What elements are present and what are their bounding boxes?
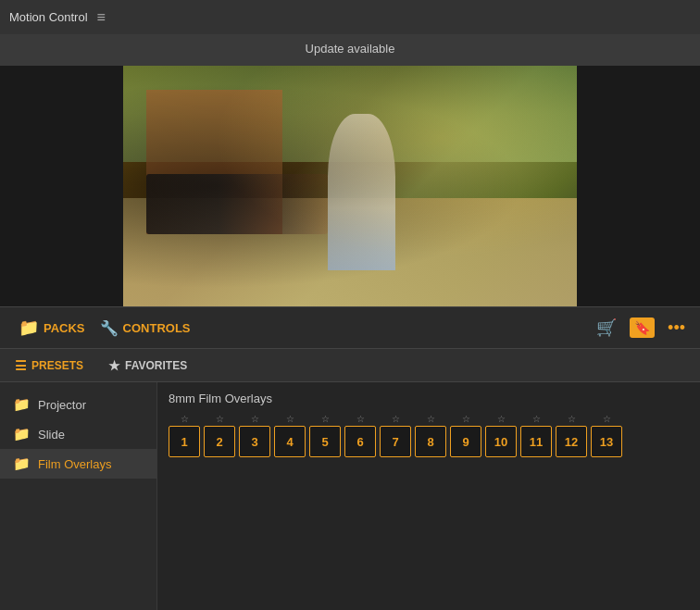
- preset-item[interactable]: ☆10: [485, 415, 517, 457]
- sidebar-item-slide[interactable]: 📁 Slide: [0, 419, 156, 449]
- preset-item[interactable]: ☆13: [591, 415, 622, 457]
- update-bar: Update available: [0, 34, 700, 66]
- controls-button[interactable]: 🔧 CONTROLS: [93, 315, 198, 342]
- packs-button[interactable]: 📁 PACKS: [11, 313, 93, 342]
- preset-star-icon: ☆: [216, 415, 224, 424]
- content-area: 📁 Projector 📁 Slide 📁 Film Overlays 8mm …: [0, 382, 700, 610]
- preset-star-icon: ☆: [286, 415, 294, 424]
- more-button[interactable]: •••: [664, 315, 689, 342]
- sidebar-film-label: Film Overlays: [38, 457, 111, 471]
- preset-item[interactable]: ☆7: [380, 415, 411, 457]
- preset-item[interactable]: ☆1: [169, 415, 200, 457]
- video-preview: [0, 66, 700, 306]
- tab-favorites[interactable]: ★ FAVORITES: [103, 355, 193, 377]
- presets-tab-label: PRESETS: [31, 359, 83, 372]
- preset-star-icon: ☆: [356, 415, 365, 424]
- folder-icon-film: 📁: [13, 455, 31, 472]
- wrench-icon: 🔧: [100, 319, 119, 337]
- preset-number: 10: [485, 426, 517, 457]
- preset-star-icon: ☆: [568, 415, 576, 424]
- preset-number: 13: [591, 426, 622, 457]
- preset-item[interactable]: ☆3: [239, 415, 270, 457]
- sidebar-projector-label: Projector: [38, 398, 86, 412]
- favorites-tab-label: FAVORITES: [125, 359, 187, 372]
- preset-number: 12: [556, 426, 587, 457]
- packs-bar-right: 🛒 🔖 •••: [593, 314, 689, 342]
- packs-label: PACKS: [44, 321, 85, 335]
- preset-number: 1: [169, 426, 200, 457]
- preset-item[interactable]: ☆4: [274, 415, 306, 457]
- preset-item[interactable]: ☆9: [450, 415, 481, 457]
- preset-star-icon: ☆: [427, 415, 435, 424]
- sidebar: 📁 Projector 📁 Slide 📁 Film Overlays: [0, 382, 157, 610]
- preset-group-title: 8mm Film Overlays: [169, 392, 689, 405]
- update-text: Update available: [306, 42, 395, 56]
- main-content: ☰ PRESETS ★ FAVORITES 📁 Projector 📁 Slid…: [0, 349, 700, 610]
- preset-number: 5: [309, 426, 341, 457]
- cart-button[interactable]: 🛒: [593, 314, 620, 342]
- preset-star-icon: ☆: [532, 415, 541, 424]
- favorites-icon: ★: [108, 358, 120, 373]
- preset-star-icon: ☆: [321, 415, 330, 424]
- preset-star-icon: ☆: [603, 415, 611, 424]
- top-bar: Motion Control ≡: [0, 0, 700, 34]
- presets-icon: ☰: [15, 358, 27, 373]
- preset-number: 9: [450, 426, 481, 457]
- preset-item[interactable]: ☆11: [520, 415, 552, 457]
- preset-item[interactable]: ☆8: [415, 415, 446, 457]
- presets-section: ☰ PRESETS ★ FAVORITES 📁 Projector 📁 Slid…: [0, 349, 700, 610]
- preset-number: 2: [204, 426, 235, 457]
- preset-star-icon: ☆: [497, 415, 506, 424]
- video-canvas: [123, 66, 577, 306]
- preset-number: 3: [239, 426, 270, 457]
- preset-number: 7: [380, 426, 411, 457]
- folder-icon: 📁: [19, 317, 39, 338]
- preset-star-icon: ☆: [392, 415, 400, 424]
- folder-icon-slide: 📁: [13, 426, 31, 442]
- menu-icon[interactable]: ≡: [97, 9, 106, 26]
- preset-item[interactable]: ☆6: [344, 415, 376, 457]
- controls-label: CONTROLS: [123, 321, 191, 335]
- sidebar-item-film-overlays[interactable]: 📁 Film Overlays: [0, 449, 156, 479]
- sidebar-slide-label: Slide: [38, 428, 65, 442]
- preset-item[interactable]: ☆2: [204, 415, 235, 457]
- sidebar-item-projector[interactable]: 📁 Projector: [0, 390, 156, 419]
- preset-number: 11: [520, 426, 552, 457]
- packs-controls-bar: 📁 PACKS 🔧 CONTROLS 🛒 🔖 •••: [0, 306, 700, 349]
- preset-item[interactable]: ☆12: [556, 415, 587, 457]
- app-title: Motion Control: [9, 10, 88, 24]
- preset-item[interactable]: ☆5: [309, 415, 341, 457]
- presets-panel: 8mm Film Overlays ☆1☆2☆3☆4☆5☆6☆7☆8☆9☆10☆…: [157, 382, 700, 610]
- preset-items-row: ☆1☆2☆3☆4☆5☆6☆7☆8☆9☆10☆11☆12☆13: [169, 415, 689, 457]
- preset-star-icon: ☆: [181, 415, 189, 424]
- bookmark-button[interactable]: 🔖: [630, 317, 655, 338]
- preset-star-icon: ☆: [251, 415, 259, 424]
- preset-number: 4: [274, 426, 306, 457]
- preset-number: 8: [415, 426, 446, 457]
- preset-star-icon: ☆: [462, 415, 470, 424]
- presets-tab-bar: ☰ PRESETS ★ FAVORITES: [0, 349, 700, 382]
- preset-number: 6: [344, 426, 376, 457]
- tab-presets[interactable]: ☰ PRESETS: [9, 355, 89, 377]
- folder-icon-projector: 📁: [13, 396, 31, 413]
